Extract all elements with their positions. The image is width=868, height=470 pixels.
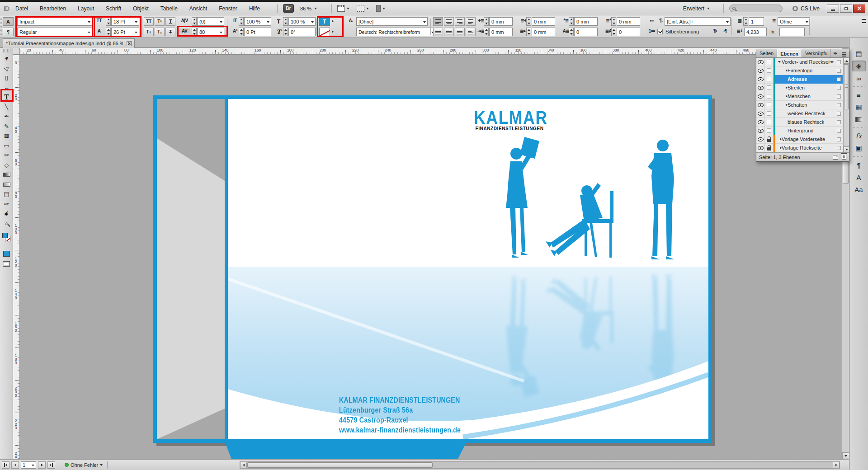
- fill-swatch-icon[interactable]: [2, 233, 8, 238]
- menu-item[interactable]: Bearbeiten: [40, 5, 66, 12]
- horizontal-scroll-thumb[interactable]: [247, 462, 433, 468]
- layers-scrollbar[interactable]: [843, 58, 849, 152]
- layer-select-box[interactable]: [837, 94, 841, 99]
- fill-stroke-swatches[interactable]: [0, 232, 13, 247]
- dock-panel-button[interactable]: ∞: [852, 73, 866, 84]
- visibility-cell[interactable]: [756, 109, 765, 118]
- leading-field[interactable]: 26 Pt: [111, 28, 139, 36]
- dock-panel-button[interactable]: ▤: [852, 48, 866, 59]
- strikethrough-button[interactable]: T: [165, 28, 175, 36]
- layer-row[interactable]: Schatten ✒: [756, 101, 849, 109]
- layer-row-content[interactable]: Vorder- und Rueckseite ✒: [775, 58, 843, 66]
- layer-name[interactable]: weißes Rechteck: [788, 111, 826, 116]
- menu-item[interactable]: Fenster: [219, 5, 237, 12]
- dock-panel-button[interactable]: ▣: [852, 143, 866, 154]
- gutter-field[interactable]: 4,233: [744, 28, 767, 36]
- drop-cap-lines-field[interactable]: 0: [574, 28, 598, 36]
- layer-name[interactable]: blaues Rechteck: [788, 119, 824, 125]
- menu-item[interactable]: Schrift: [106, 5, 121, 12]
- paragraph-direction-ltr-icon[interactable]: ¶›: [710, 28, 721, 33]
- expander-icon[interactable]: [777, 61, 782, 63]
- bridge-button[interactable]: Br: [283, 4, 294, 13]
- menu-item[interactable]: Datei: [15, 5, 28, 12]
- dock-panel-button[interactable]: fx: [852, 131, 866, 141]
- numbered-list-icon[interactable]: 1≔: [646, 28, 657, 33]
- panel-menu-icon[interactable]: [842, 52, 846, 56]
- kerning-stepper[interactable]: [192, 17, 197, 26]
- drop-cap-chars-field[interactable]: 0: [617, 28, 640, 36]
- vertical-scale-field[interactable]: 100 %: [244, 17, 271, 26]
- space-after-stepper[interactable]: [611, 17, 616, 26]
- hyphenation-checkbox[interactable]: [657, 29, 663, 34]
- layer-select-box[interactable]: [837, 112, 841, 116]
- expander-icon[interactable]: [783, 103, 788, 106]
- tool-button[interactable]: ▯: [0, 73, 13, 83]
- expander-icon[interactable]: [783, 69, 788, 72]
- font-size-field[interactable]: 18 Pt: [111, 17, 139, 26]
- visibility-cell[interactable]: [756, 92, 765, 101]
- tool-button[interactable]: ✒: [0, 112, 13, 122]
- indent-right-field[interactable]: 0 mm: [532, 17, 555, 26]
- menu-item[interactable]: Hilfe: [249, 5, 260, 12]
- horizontal-scale-stepper[interactable]: [283, 17, 288, 26]
- arrange-documents-dropdown[interactable]: [376, 5, 385, 12]
- baseline-shift-stepper[interactable]: [239, 28, 244, 36]
- layer-name[interactable]: Vorlage Vorderseite: [782, 136, 825, 142]
- layer-name[interactable]: Hintergrund: [788, 128, 813, 133]
- layer-row[interactable]: Vorlage Vorderseite ✒: [756, 135, 849, 144]
- panel-tab[interactable]: Ebenen: [777, 49, 802, 57]
- font-family-field[interactable]: Impact: [17, 17, 92, 26]
- last-line-indent-field[interactable]: 0 mm: [532, 28, 555, 36]
- lock-cell[interactable]: [765, 92, 774, 101]
- close-button[interactable]: [853, 5, 865, 13]
- close-tab-icon[interactable]: [127, 41, 132, 46]
- dock-panel-button[interactable]: ▦: [852, 102, 866, 113]
- layer-row-content[interactable]: Vorlage Rückseite ✒: [775, 144, 843, 152]
- layer-name[interactable]: Vorder- und Rueckseite: [782, 59, 830, 65]
- restore-button[interactable]: [840, 5, 852, 13]
- scroll-left-button[interactable]: [240, 462, 247, 468]
- align-center-button[interactable]: [444, 17, 454, 26]
- align-left-button[interactable]: [433, 17, 443, 26]
- first-line-indent-field[interactable]: 0 mm: [489, 28, 513, 36]
- minimize-button[interactable]: [827, 5, 839, 13]
- tool-button[interactable]: ✑: [0, 199, 13, 209]
- indent-left-stepper[interactable]: [484, 17, 489, 26]
- visibility-cell[interactable]: [756, 101, 765, 109]
- subscript-button[interactable]: T₁: [155, 28, 165, 36]
- paragraph-style-field[interactable]: [Einf. Abs.]+: [665, 17, 731, 26]
- tracking-field[interactable]: 80: [197, 28, 224, 36]
- space-after-field[interactable]: 0 mm: [617, 17, 640, 26]
- view-options-dropdown[interactable]: [337, 5, 349, 12]
- search-input[interactable]: [729, 5, 783, 12]
- leading-stepper[interactable]: [106, 28, 111, 36]
- layer-name[interactable]: Vorlage Rückseite: [782, 145, 822, 150]
- columns-stepper[interactable]: [743, 17, 748, 26]
- first-page-button[interactable]: [2, 461, 9, 469]
- layer-row[interactable]: Vorder- und Rueckseite ✒: [756, 58, 849, 66]
- panel-tab[interactable]: Seiten: [756, 49, 777, 57]
- dock-panel-button[interactable]: [852, 114, 866, 125]
- lock-cell[interactable]: [765, 75, 774, 84]
- horizontal-scale-field[interactable]: 100 %: [288, 17, 316, 26]
- layers-scroll-down[interactable]: [844, 146, 849, 152]
- scroll-down-button[interactable]: [842, 452, 849, 459]
- tool-button[interactable]: ✎: [0, 122, 13, 132]
- tool-button[interactable]: ☛: [0, 209, 13, 219]
- space-before-stepper[interactable]: [569, 17, 574, 26]
- first-line-indent-stepper[interactable]: [484, 28, 489, 36]
- last-line-indent-stepper[interactable]: [526, 28, 531, 36]
- expander-icon[interactable]: [783, 95, 788, 98]
- layer-select-box[interactable]: [837, 129, 841, 133]
- small-caps-button[interactable]: Tᴛ: [144, 28, 154, 36]
- lock-cell[interactable]: [765, 101, 774, 109]
- tool-button[interactable]: [0, 170, 13, 180]
- layer-row[interactable]: Vorlage Rückseite ✒: [756, 144, 849, 152]
- lock-cell[interactable]: [765, 118, 774, 127]
- font-size-stepper[interactable]: [106, 17, 111, 26]
- tool-button[interactable]: [0, 180, 13, 190]
- layer-name[interactable]: Schatten: [788, 102, 807, 108]
- layer-row[interactable]: Firmenlogo ✒: [756, 66, 849, 75]
- visibility-cell[interactable]: [756, 84, 765, 92]
- menu-item[interactable]: Layout: [78, 5, 94, 12]
